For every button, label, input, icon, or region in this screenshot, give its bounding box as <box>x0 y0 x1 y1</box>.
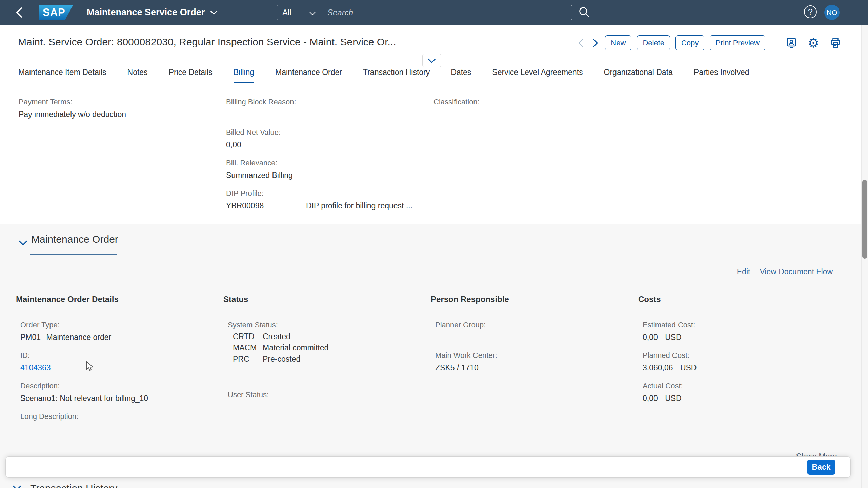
tab-dates[interactable]: Dates <box>451 61 471 84</box>
help-glyph: ? <box>808 7 813 17</box>
planned-cost-amount: 3.060,06 <box>643 362 673 374</box>
user-status-label: User Status: <box>228 388 431 401</box>
tab-notes[interactable]: Notes <box>127 61 148 84</box>
planned-cost-label: Planned Cost: <box>643 349 846 362</box>
next-icon[interactable] <box>591 38 600 48</box>
search-scope-select[interactable]: All <box>277 5 321 20</box>
description-field: Description: Scenario1: Not relevant for… <box>20 380 223 404</box>
actual-cost-currency: USD <box>665 392 682 404</box>
tab-billing[interactable]: Billing <box>234 61 254 84</box>
bill-relevance-value: Summarized Billing <box>226 169 433 181</box>
main-work-center-label: Main Work Center: <box>435 349 638 362</box>
copy-button[interactable]: Copy <box>675 35 704 50</box>
section-underline <box>18 255 851 255</box>
section-collapse-icon[interactable] <box>13 485 21 488</box>
help-icon[interactable]: ? <box>804 5 817 18</box>
payment-terms-label: Payment Terms: <box>19 96 226 108</box>
actual-cost-amount: 0,00 <box>643 392 658 404</box>
prev-icon[interactable] <box>577 38 585 48</box>
estimated-cost-currency: USD <box>665 331 682 343</box>
shell-search-group: All <box>277 5 572 20</box>
planner-group-field: Planner Group: <box>435 319 638 343</box>
search-input[interactable] <box>321 5 572 20</box>
print-preview-button[interactable]: Print Preview <box>710 35 765 50</box>
section-collapse-icon[interactable] <box>19 240 27 245</box>
system-status-row: CRTD Created <box>233 331 431 342</box>
tab-service-level-agreements[interactable]: Service Level Agreements <box>492 61 583 84</box>
tab-price-details[interactable]: Price Details <box>169 61 213 84</box>
header-actions: New Delete Copy Print Preview ⚙ <box>577 35 842 50</box>
long-description-label: Long Description: <box>20 410 223 423</box>
billed-net-value-field: Billed Net Value: 0,00 <box>226 126 433 151</box>
main-work-center-field: Main Work Center: ZSK5 / 1710 <box>435 349 638 374</box>
back-button[interactable]: Back <box>807 460 835 475</box>
planned-cost-currency: USD <box>680 362 697 374</box>
edit-link[interactable]: Edit <box>737 264 750 280</box>
maintenance-order-section: Maintenance Order Edit View Document Flo… <box>0 224 861 488</box>
status-code: PRC <box>233 353 263 365</box>
dip-profile-label: DIP Profile: <box>226 187 433 200</box>
id-label: ID: <box>20 349 223 362</box>
tab-maintenance-item-details[interactable]: Maintenance Item Details <box>18 61 106 84</box>
status-code: CRTD <box>233 331 263 342</box>
system-status-label: System Status: <box>228 319 431 331</box>
dip-profile-field: DIP Profile: YBR00098DIP profile for bil… <box>226 187 433 212</box>
planner-group-label: Planner Group: <box>435 319 638 331</box>
bill-relevance-field: Bill. Relevance: Summarized Billing <box>226 157 433 181</box>
system-status-row: PRC Pre-costed <box>233 353 431 365</box>
delete-button[interactable]: Delete <box>637 35 670 50</box>
new-button[interactable]: New <box>605 35 631 50</box>
collapse-header-icon[interactable] <box>422 54 441 67</box>
app-title-chevron-icon[interactable] <box>210 10 218 15</box>
group-title: Status <box>223 294 431 305</box>
id-field: ID: 4104363 <box>20 349 223 374</box>
payment-terms-value: Pay immediately w/o deduction <box>19 108 226 120</box>
page-title: Maint. Service Order: 8000082030, Regula… <box>18 36 396 48</box>
billing-col-2: Billing Block Reason: Billed Net Value: … <box>226 96 433 218</box>
toolbar-divider <box>773 36 773 50</box>
tab-parties-involved[interactable]: Parties Involved <box>694 61 749 84</box>
settings-icon[interactable]: ⚙ <box>808 37 819 49</box>
main-work-center-value: ZSK5 / 1710 <box>435 362 638 374</box>
classification-value <box>433 108 641 120</box>
order-type-label: Order Type: <box>20 319 223 331</box>
view-document-flow-link[interactable]: View Document Flow <box>760 264 833 280</box>
classification-label: Classification: <box>433 96 641 108</box>
estimated-cost-field: Estimated Cost: 0,00 USD <box>643 319 846 343</box>
bill-relevance-label: Bill. Relevance: <box>226 157 433 169</box>
scrollbar-track[interactable] <box>861 25 868 488</box>
order-id-link[interactable]: 4104363 <box>20 363 51 372</box>
section-title: Maintenance Order <box>31 233 118 245</box>
avatar-initials: NO <box>827 8 837 17</box>
scrollbar-thumb[interactable] <box>862 180 867 259</box>
system-status-row: MACM Material committed <box>233 342 431 353</box>
planned-cost-field: Planned Cost: 3.060,06 USD <box>643 349 846 374</box>
section-underline-accent <box>30 254 117 255</box>
order-type-code: PM01 <box>20 333 41 342</box>
tab-maintenance-order[interactable]: Maintenance Order <box>275 61 342 84</box>
tab-organizational-data[interactable]: Organizational Data <box>604 61 673 84</box>
billing-section: Payment Terms: Pay immediately w/o deduc… <box>0 84 861 224</box>
app-title[interactable]: Maintenance Service Order <box>87 7 205 18</box>
status-text: Material committed <box>263 342 328 353</box>
search-icon[interactable] <box>578 6 591 19</box>
contact-card-icon[interactable] <box>785 37 798 49</box>
group-title: Maintenance Order Details <box>16 294 223 305</box>
payment-terms-field: Payment Terms: Pay immediately w/o deduc… <box>19 96 226 120</box>
group-person-responsible: Person Responsible Planner Group: Main W… <box>431 294 638 428</box>
dip-profile-description: DIP profile for billing request ... <box>306 201 412 210</box>
billing-block-reason-field: Billing Block Reason: <box>226 96 433 120</box>
actual-cost-field: Actual Cost: 0,00 USD <box>643 380 846 404</box>
avatar[interactable]: NO <box>824 5 840 20</box>
user-status-field: User Status: <box>228 388 431 401</box>
sap-logo[interactable]: SAP <box>39 5 73 20</box>
status-text: Pre-costed <box>263 353 300 365</box>
shell-bar: SAP Maintenance Service Order All ? NO <box>0 0 868 25</box>
tab-transaction-history[interactable]: Transaction History <box>363 61 430 84</box>
billed-net-value-value: 0,00 <box>226 139 433 151</box>
planner-group-value <box>435 331 638 343</box>
billed-net-value-label: Billed Net Value: <box>226 126 433 139</box>
order-type-field: Order Type: PM01 Maintenance order <box>20 319 223 343</box>
back-icon[interactable] <box>16 7 23 18</box>
print-icon[interactable] <box>829 37 842 49</box>
